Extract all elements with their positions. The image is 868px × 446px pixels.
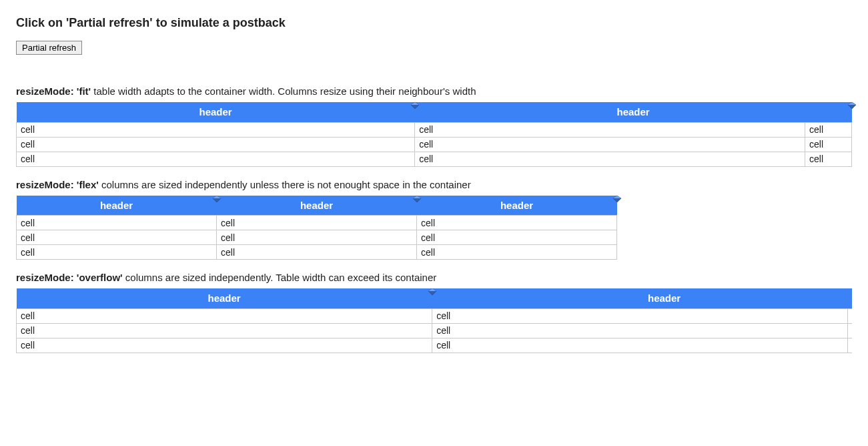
flex-description: resizeMode: 'flex' columns are sized ind… xyxy=(16,179,852,190)
table-cell: cell xyxy=(432,308,848,323)
fit-mode-label: resizeMode: 'fit' xyxy=(16,85,91,97)
column-resize-handle-icon[interactable] xyxy=(428,288,437,296)
table-cell: cell xyxy=(432,338,848,353)
overflow-header-cell: header xyxy=(17,288,432,308)
table-cell: cell xyxy=(217,230,417,245)
fit-header-cell: header xyxy=(415,102,852,122)
flex-table-wrap: header header header cell cell cell xyxy=(16,196,852,260)
flex-header-row: header header header xyxy=(17,196,617,216)
table-row: cell cell cell xyxy=(17,137,852,152)
fit-table: header header cell cell cell cell cell c… xyxy=(16,102,852,167)
table-cell: cell xyxy=(848,308,852,323)
table-cell: cell xyxy=(415,137,805,152)
flex-header-cell: header xyxy=(17,196,217,216)
table-row: cell cell cell xyxy=(17,308,853,323)
flex-table: header header header cell cell cell xyxy=(16,196,617,260)
column-resize-handle-icon[interactable] xyxy=(412,195,422,203)
column-resize-handle-icon[interactable] xyxy=(612,195,622,203)
table-cell: cell xyxy=(17,122,415,137)
table-cell: cell xyxy=(848,323,852,338)
table-cell: cell xyxy=(805,137,851,152)
flex-header-cell: header xyxy=(417,196,617,216)
table-cell: cell xyxy=(17,137,415,152)
page-title: Click on 'Partial refresh' to simulate a… xyxy=(16,16,852,30)
table-cell: cell xyxy=(417,216,617,230)
overflow-header-1: header xyxy=(648,292,681,304)
table-cell: cell xyxy=(17,152,415,166)
table-cell: cell xyxy=(17,230,217,245)
flex-mode-label: resizeMode: 'flex' xyxy=(16,179,99,190)
overflow-desc-rest: columns are sized independently. Table w… xyxy=(123,272,437,283)
table-cell: cell xyxy=(432,323,848,338)
fit-table-wrap: header header cell cell cell cell cell c… xyxy=(16,102,852,167)
table-row: cell cell cell xyxy=(17,122,852,137)
flex-desc-rest: columns are sized independently unless t… xyxy=(99,179,471,190)
table-cell: cell xyxy=(417,245,617,260)
table-cell: cell xyxy=(848,338,852,353)
table-row: cell cell cell xyxy=(17,323,853,338)
overflow-mode-label: resizeMode: 'overflow' xyxy=(16,272,123,283)
overflow-header-row: header header xyxy=(17,288,853,308)
table-cell: cell xyxy=(417,230,617,245)
fit-header-1: header xyxy=(617,106,650,118)
table-row: cell cell cell xyxy=(17,152,852,166)
overflow-description: resizeMode: 'overflow' columns are sized… xyxy=(16,272,852,283)
fit-header-cell: header xyxy=(17,102,415,122)
overflow-table: header header cell cell cell cell cell c… xyxy=(16,288,852,353)
partial-refresh-button[interactable]: Partial refresh xyxy=(16,41,82,55)
flex-header-2: header xyxy=(500,200,533,211)
column-resize-handle-icon[interactable] xyxy=(410,101,420,109)
table-row: cell cell cell xyxy=(17,245,617,260)
table-cell: cell xyxy=(415,152,805,166)
flex-header-cell: header xyxy=(217,196,417,216)
flex-header-1: header xyxy=(300,200,333,211)
overflow-header-0: header xyxy=(207,292,240,304)
table-cell: cell xyxy=(805,122,851,137)
table-cell: cell xyxy=(17,216,217,230)
column-resize-handle-icon[interactable] xyxy=(847,101,857,109)
column-resize-handle-icon[interactable] xyxy=(212,195,222,203)
overflow-header-cell: header xyxy=(432,288,852,308)
table-cell: cell xyxy=(805,152,851,166)
table-cell: cell xyxy=(217,216,417,230)
flex-header-0: header xyxy=(100,200,133,211)
fit-description: resizeMode: 'fit' table width adapts to … xyxy=(16,85,852,97)
fit-header-row: header header xyxy=(17,102,852,122)
table-row: cell cell cell xyxy=(17,230,617,245)
fit-desc-rest: table width adapts to the container widt… xyxy=(91,85,476,97)
table-row: cell cell cell xyxy=(17,338,853,353)
table-cell: cell xyxy=(217,245,417,260)
table-row: cell cell cell xyxy=(17,216,617,230)
table-cell: cell xyxy=(17,245,217,260)
table-cell: cell xyxy=(17,323,432,338)
table-cell: cell xyxy=(17,308,432,323)
fit-header-0: header xyxy=(199,106,232,118)
overflow-table-wrap[interactable]: header header cell cell cell cell cell c… xyxy=(16,288,852,360)
table-cell: cell xyxy=(17,338,432,353)
table-cell: cell xyxy=(415,122,805,137)
